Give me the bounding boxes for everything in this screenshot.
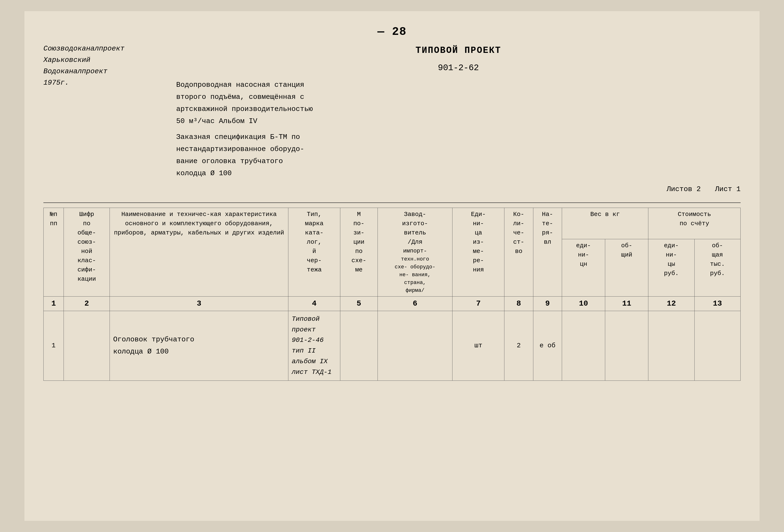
org-line4: 1975г. bbox=[44, 77, 167, 88]
cell-name: Оголовок трубчатогоколодца Ø 100 bbox=[110, 311, 288, 381]
org-info: Союзводоканалпроект Харьковский Водокана… bbox=[44, 43, 167, 195]
title-desc2: Заказная спецификация Б-ТМ по нестандарт… bbox=[176, 131, 740, 179]
cell-type: Типовойпроект901-2-46тип IIальбом IXлист… bbox=[288, 311, 340, 381]
header-num: №п пп bbox=[44, 208, 64, 296]
title-main: ТИПОВОЙ ПРОЕКТ bbox=[176, 43, 740, 58]
header-shifr: Шифр по обще- союз- ной клас- сифи- каци… bbox=[64, 208, 110, 296]
header-type: Тип, марка ката- лог, й чер- тежа bbox=[288, 208, 340, 296]
cell-factory bbox=[377, 311, 452, 381]
col-num-6: 6 bbox=[377, 296, 452, 311]
org-line2: Харьковский bbox=[44, 54, 167, 66]
sheet-info: Листов 2 Лист 1 bbox=[176, 183, 740, 195]
col-num-1: 1 bbox=[44, 296, 64, 311]
col-num-10: 10 bbox=[562, 296, 605, 311]
divider-top bbox=[44, 202, 740, 203]
cell-shifr bbox=[64, 311, 110, 381]
header-section: Союзводоканалпроект Харьковский Водокана… bbox=[44, 43, 740, 195]
col-num-7: 7 bbox=[452, 296, 504, 311]
document-page: — 28 Союзводоканалпроект Харьковский Вод… bbox=[24, 11, 760, 521]
cell-cost1 bbox=[648, 311, 694, 381]
header-na: На- те- ря- вл bbox=[533, 208, 562, 296]
table-header-row: №п пп Шифр по обще- союз- ной клас- сифи… bbox=[44, 208, 740, 239]
org-line1: Союзводоканалпроект bbox=[44, 43, 167, 54]
cell-unit: шт bbox=[452, 311, 504, 381]
col-num-8: 8 bbox=[504, 296, 533, 311]
header-name: Наименование и техничес-кая характеристи… bbox=[110, 208, 288, 296]
cell-ko: 2 bbox=[504, 311, 533, 381]
header-unit: Еди- ни- ца из- ме- ре- ния bbox=[452, 208, 504, 296]
title-sub: 901-2-62 bbox=[176, 61, 740, 75]
header-m: М по- зи- ции по схе- ме bbox=[340, 208, 377, 296]
header-ko: Ко- ли- че- ст- во bbox=[504, 208, 533, 296]
header-cost: Стоимость по счёту bbox=[648, 208, 740, 239]
col-num-5: 5 bbox=[340, 296, 377, 311]
header-weight-unit: еди- ни- цн bbox=[562, 239, 605, 296]
spec-table: №п пп Шифр по обще- союз- ной клас- сифи… bbox=[44, 208, 740, 381]
sheet-label1: Листов 2 bbox=[667, 183, 701, 195]
header-factory: Завод- изгото- витель /Для импорт- техн.… bbox=[377, 208, 452, 296]
cell-na: е об bbox=[533, 311, 562, 381]
col-num-9: 9 bbox=[533, 296, 562, 311]
table-numbers-row: 1 2 3 4 5 6 7 8 9 10 11 12 13 bbox=[44, 296, 740, 311]
sheet-label2: Лист 1 bbox=[715, 183, 740, 195]
col-num-12: 12 bbox=[648, 296, 694, 311]
header-cost1: еди- ни- цы руб. bbox=[648, 239, 694, 296]
cell-cost2 bbox=[694, 311, 740, 381]
col-num-13: 13 bbox=[694, 296, 740, 311]
cell-weight-unit bbox=[562, 311, 605, 381]
title-desc: Водопроводная насосная станция второго п… bbox=[176, 79, 740, 127]
title-block: ТИПОВОЙ ПРОЕКТ 901-2-62 Водопроводная на… bbox=[176, 43, 740, 195]
cell-weight-total bbox=[605, 311, 648, 381]
header-weight: Вес в кг bbox=[562, 208, 648, 239]
cell-m bbox=[340, 311, 377, 381]
col-num-11: 11 bbox=[605, 296, 648, 311]
page-number: — 28 bbox=[44, 25, 740, 38]
org-line3: Водоканалпроект bbox=[44, 66, 167, 77]
header-cost2: об- щая тыс. руб. bbox=[694, 239, 740, 296]
cell-num: 1 bbox=[44, 311, 64, 381]
col-num-4: 4 bbox=[288, 296, 340, 311]
header-weight-total: об- щий bbox=[605, 239, 648, 296]
col-num-3: 3 bbox=[110, 296, 288, 311]
table-row: 1 Оголовок трубчатогоколодца Ø 100 Типов… bbox=[44, 311, 740, 381]
col-num-2: 2 bbox=[64, 296, 110, 311]
